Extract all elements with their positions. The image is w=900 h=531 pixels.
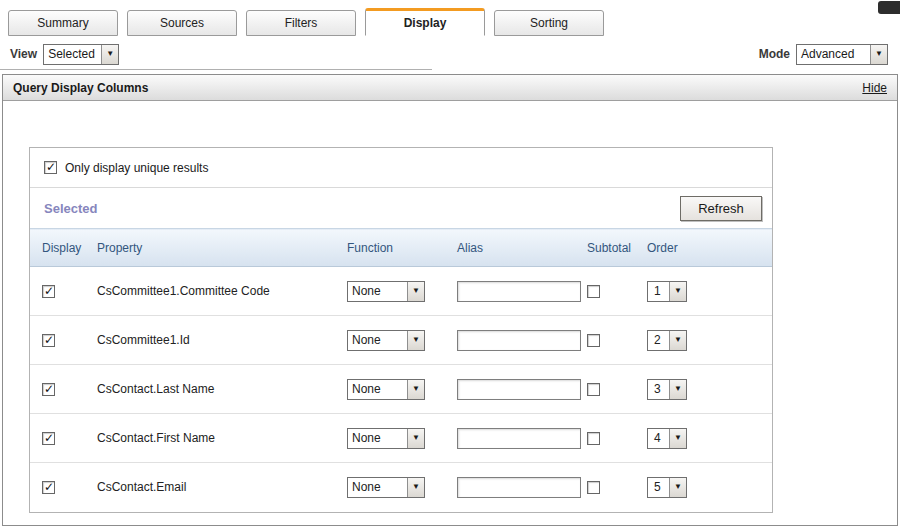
tab-sources[interactable]: Sources xyxy=(127,10,237,36)
function-select[interactable]: None▼ xyxy=(347,379,425,400)
tab-summary[interactable]: Summary xyxy=(8,10,118,36)
columns-box: Only display unique results Selected Ref… xyxy=(29,147,773,513)
order-cell: 1▼ xyxy=(635,267,772,316)
property-cell: CsContact.Last Name xyxy=(85,365,335,414)
view-select-value: Selected xyxy=(44,45,101,64)
display-cell xyxy=(30,365,85,414)
display-checkbox[interactable] xyxy=(42,481,55,494)
alias-input[interactable] xyxy=(457,281,581,302)
order-cell: 2▼ xyxy=(635,316,772,365)
table-row: CsCommittee1.Id None▼ 2▼ xyxy=(30,316,772,365)
display-cell xyxy=(30,267,85,316)
table-header-row: Display Property Function Alias Subtotal… xyxy=(30,229,772,267)
table-row: CsContact.Email None▼ 5▼ xyxy=(30,463,772,512)
function-cell: None▼ xyxy=(335,463,445,512)
divider xyxy=(0,69,432,70)
function-select[interactable]: None▼ xyxy=(347,428,425,449)
display-checkbox[interactable] xyxy=(42,334,55,347)
chevron-down-icon: ▼ xyxy=(875,50,883,58)
dropdown-button: ▼ xyxy=(407,282,424,301)
alias-input[interactable] xyxy=(457,428,581,449)
order-cell: 3▼ xyxy=(635,365,772,414)
dropdown-button: ▼ xyxy=(101,45,118,64)
function-select[interactable]: None▼ xyxy=(347,281,425,302)
order-select[interactable]: 4▼ xyxy=(647,428,687,449)
chevron-down-icon: ▼ xyxy=(674,287,682,295)
dropdown-button: ▼ xyxy=(669,429,686,448)
selected-section-row: Selected Refresh xyxy=(30,188,772,228)
hide-link[interactable]: Hide xyxy=(862,81,887,95)
display-cell xyxy=(30,414,85,463)
display-checkbox[interactable] xyxy=(42,432,55,445)
view-label: View xyxy=(10,47,37,61)
order-select[interactable]: 1▼ xyxy=(647,281,687,302)
function-select-value: None xyxy=(348,429,407,448)
dropdown-button: ▼ xyxy=(407,380,424,399)
order-cell: 5▼ xyxy=(635,463,772,512)
function-select[interactable]: None▼ xyxy=(347,330,425,351)
alias-input[interactable] xyxy=(457,379,581,400)
dropdown-button: ▼ xyxy=(870,45,887,64)
subtotal-checkbox[interactable] xyxy=(587,383,600,396)
header-display: Display xyxy=(30,229,85,267)
function-select-value: None xyxy=(348,331,407,350)
order-select[interactable]: 2▼ xyxy=(647,330,687,351)
mode-select[interactable]: Advanced ▼ xyxy=(796,44,888,65)
order-select-value: 4 xyxy=(648,429,669,448)
panel-body: Only display unique results Selected Ref… xyxy=(3,101,897,525)
header-property: Property xyxy=(85,229,335,267)
tab-filters[interactable]: Filters xyxy=(246,10,356,36)
alias-input[interactable] xyxy=(457,330,581,351)
chevron-down-icon: ▼ xyxy=(674,336,682,344)
tab-bar: Summary Sources Filters Display Sorting xyxy=(8,8,604,36)
tab-sorting[interactable]: Sorting xyxy=(494,10,604,36)
alias-cell xyxy=(445,365,575,414)
order-select-value: 1 xyxy=(648,282,669,301)
subtotal-cell xyxy=(575,365,635,414)
dropdown-button: ▼ xyxy=(669,331,686,350)
subtotal-checkbox[interactable] xyxy=(587,334,600,347)
dropdown-button: ▼ xyxy=(669,478,686,497)
property-cell: CsCommittee1.Id xyxy=(85,316,335,365)
chevron-down-icon: ▼ xyxy=(412,434,420,442)
display-cell xyxy=(30,463,85,512)
subtotal-checkbox[interactable] xyxy=(587,481,600,494)
chevron-down-icon: ▼ xyxy=(674,434,682,442)
subtotal-cell xyxy=(575,463,635,512)
chevron-down-icon: ▼ xyxy=(412,336,420,344)
dropdown-button: ▼ xyxy=(669,380,686,399)
order-cell: 4▼ xyxy=(635,414,772,463)
display-checkbox[interactable] xyxy=(42,285,55,298)
unique-results-label: Only display unique results xyxy=(65,161,208,175)
subtotal-checkbox[interactable] xyxy=(587,432,600,445)
property-cell: CsCommittee1.Committee Code xyxy=(85,267,335,316)
corner-button[interactable] xyxy=(878,1,900,14)
unique-results-checkbox[interactable] xyxy=(44,161,57,174)
subtotal-checkbox[interactable] xyxy=(587,285,600,298)
header-subtotal: Subtotal xyxy=(575,229,635,267)
alias-cell xyxy=(445,463,575,512)
refresh-button[interactable]: Refresh xyxy=(680,196,762,221)
alias-cell xyxy=(445,267,575,316)
table-row: CsContact.Last Name None▼ 3▼ xyxy=(30,365,772,414)
panel-header: Query Display Columns Hide xyxy=(3,75,897,101)
order-select-value: 2 xyxy=(648,331,669,350)
panel-title: Query Display Columns xyxy=(13,81,148,95)
function-cell: None▼ xyxy=(335,267,445,316)
chevron-down-icon: ▼ xyxy=(412,287,420,295)
header-order: Order xyxy=(635,229,772,267)
property-cell: CsContact.Email xyxy=(85,463,335,512)
subtotal-cell xyxy=(575,316,635,365)
view-select[interactable]: Selected ▼ xyxy=(43,44,119,65)
alias-input[interactable] xyxy=(457,477,581,498)
unique-results-row: Only display unique results xyxy=(30,148,772,188)
order-select[interactable]: 5▼ xyxy=(647,477,687,498)
function-cell: None▼ xyxy=(335,365,445,414)
dropdown-button: ▼ xyxy=(669,282,686,301)
tab-display[interactable]: Display xyxy=(365,8,485,36)
function-select[interactable]: None▼ xyxy=(347,477,425,498)
chevron-down-icon: ▼ xyxy=(412,385,420,393)
display-checkbox[interactable] xyxy=(42,383,55,396)
view-mode-bar: View Selected ▼ Mode Advanced ▼ xyxy=(10,42,888,66)
order-select[interactable]: 3▼ xyxy=(647,379,687,400)
